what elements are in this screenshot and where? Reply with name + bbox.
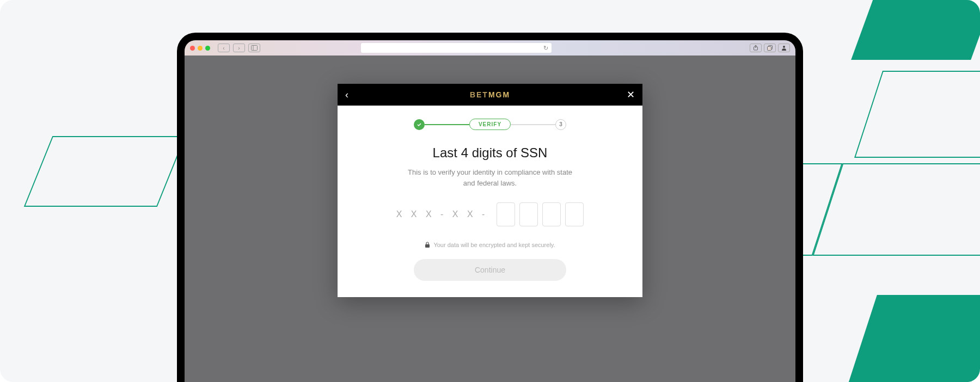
logo-prefix: BET <box>470 90 488 99</box>
decorative-shape <box>854 71 980 158</box>
ssn-digit-4[interactable] <box>565 202 584 226</box>
user-icon <box>781 45 787 51</box>
laptop-frame: ‹ › ↻ <box>177 33 803 382</box>
decorative-shape <box>851 0 980 60</box>
ssn-mask-label: X X X - X X - <box>396 210 488 219</box>
forward-button[interactable]: › <box>233 44 245 52</box>
window-controls <box>190 46 210 51</box>
step-1-done <box>414 119 425 130</box>
ssn-digit-3[interactable] <box>542 202 561 226</box>
user-button[interactable] <box>778 44 790 52</box>
minimize-window-icon[interactable] <box>198 46 203 51</box>
modal-body: VERIFY 3 Last 4 digits of SSN This is to… <box>338 106 642 297</box>
laptop-screen: ‹ › ↻ <box>185 40 795 382</box>
page-title: Last 4 digits of SSN <box>359 145 621 161</box>
sidebar-button[interactable] <box>248 44 260 52</box>
step-connector <box>511 124 555 125</box>
brand-logo: BETMGM <box>470 90 510 99</box>
tabs-button[interactable] <box>764 44 776 52</box>
browser-toolbar: ‹ › ↻ <box>185 40 795 56</box>
share-button[interactable] <box>750 44 762 52</box>
refresh-icon[interactable]: ↻ <box>543 45 548 52</box>
share-icon <box>753 45 758 51</box>
close-icon[interactable]: ✕ <box>627 89 635 101</box>
logo-suffix: MGM <box>488 90 510 99</box>
svg-rect-6 <box>425 244 430 248</box>
verification-modal: ‹ BETMGM ✕ VERIFY 3 <box>338 84 642 297</box>
ssn-digit-group <box>497 202 584 226</box>
modal-header: ‹ BETMGM ✕ <box>338 84 642 106</box>
lock-icon <box>425 242 430 248</box>
close-window-icon[interactable] <box>190 46 195 51</box>
url-bar[interactable]: ↻ <box>361 43 552 53</box>
svg-rect-4 <box>768 47 771 51</box>
security-note: Your data will be encrypted and kept sec… <box>359 242 621 248</box>
step-connector <box>425 124 469 125</box>
svg-rect-0 <box>252 46 258 51</box>
continue-button[interactable]: Continue <box>414 259 566 281</box>
checkmark-icon <box>416 122 422 127</box>
step-2-current: VERIFY <box>469 119 511 130</box>
back-icon[interactable]: ‹ <box>345 89 348 101</box>
ssn-digit-1[interactable] <box>497 202 515 226</box>
maximize-window-icon[interactable] <box>205 46 210 51</box>
decorative-shape <box>24 136 186 207</box>
tabs-icon <box>767 45 773 51</box>
back-button[interactable]: ‹ <box>218 44 230 52</box>
svg-point-5 <box>783 46 785 48</box>
sidebar-icon <box>251 45 258 51</box>
progress-stepper: VERIFY 3 <box>359 119 621 130</box>
page-subtitle: This is to verify your identity in compl… <box>403 167 577 188</box>
ssn-input-row: X X X - X X - <box>359 202 621 226</box>
security-note-text: Your data will be encrypted and kept sec… <box>433 242 555 248</box>
step-3-pending: 3 <box>555 119 566 130</box>
page-background: ‹ › ↻ <box>0 0 980 382</box>
ssn-digit-2[interactable] <box>519 202 538 226</box>
decorative-shape <box>843 295 980 382</box>
